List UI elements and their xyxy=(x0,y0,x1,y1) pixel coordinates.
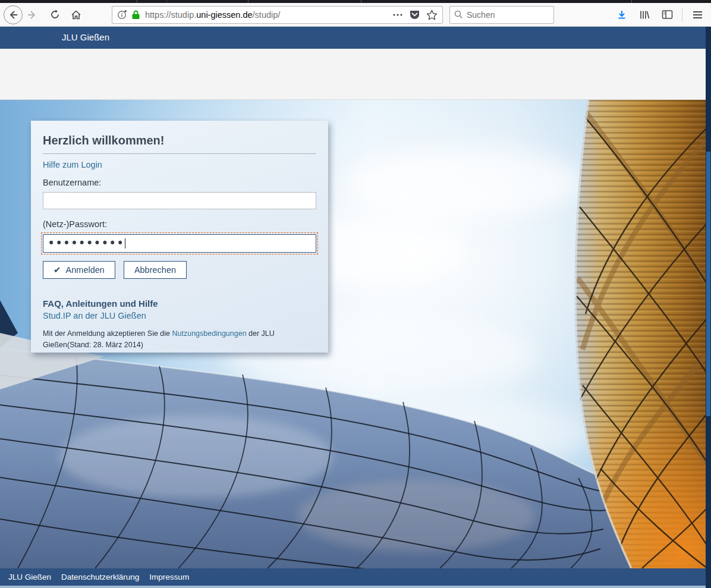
home-button[interactable] xyxy=(67,5,86,24)
lock-icon[interactable] xyxy=(131,10,140,20)
password-masked-value: •••••••••• xyxy=(48,235,124,252)
search-icon xyxy=(454,10,463,19)
page-actions-icon[interactable] xyxy=(392,13,403,17)
login-cancel-button[interactable]: Abbrechen xyxy=(124,261,187,279)
pocket-icon[interactable] xyxy=(409,10,420,20)
sidebar-icon xyxy=(662,10,673,20)
university-topbar-title[interactable]: JLU Gießen xyxy=(62,32,109,42)
navigation-toolbar: https://studip.uni-giessen.de/studip/ xyxy=(0,3,711,27)
footer: JLU Gießen Datenschutzerklärung Impressu… xyxy=(0,568,711,586)
footer-link-impressum[interactable]: Impressum xyxy=(149,573,189,581)
university-topbar: JLU Gießen xyxy=(0,27,711,49)
username-label: Benutzername: xyxy=(43,178,316,187)
sidebars-button[interactable] xyxy=(658,6,676,24)
welcome-heading: Herzlich willkommen! xyxy=(43,134,316,147)
reload-icon xyxy=(50,10,60,20)
footer-link-jlu[interactable]: JLU Gießen xyxy=(8,573,51,581)
download-icon xyxy=(616,10,627,20)
toolbar-separator xyxy=(682,8,682,21)
menu-button[interactable] xyxy=(688,6,706,24)
site-header: Stud.IP xyxy=(0,49,711,100)
login-card: Herzlich willkommen! Hilfe zum Login Ben… xyxy=(31,121,328,353)
firefox-window: https://studip.uni-giessen.de/studip/ xyxy=(0,0,711,588)
back-arrow-icon xyxy=(8,10,18,20)
back-button[interactable] xyxy=(4,5,23,24)
login-submit-label: Anmelden xyxy=(66,265,105,275)
login-submit-button[interactable]: ✔ Anmelden xyxy=(43,261,115,279)
downloads-button[interactable] xyxy=(613,6,631,24)
checkmark-icon: ✔ xyxy=(54,265,61,275)
password-label: (Netz-)Passwort: xyxy=(43,219,316,229)
studip-jlu-link[interactable]: Stud.IP an der JLU Gießen xyxy=(43,311,316,320)
window-bottom-edge xyxy=(0,586,711,588)
username-input[interactable] xyxy=(43,192,316,209)
search-box[interactable] xyxy=(449,6,554,24)
page-scrollbar[interactable] xyxy=(706,27,711,588)
url-bar[interactable]: https://studip.uni-giessen.de/studip/ xyxy=(112,6,443,24)
terms-text: Mit der Anmeldung akzeptieren Sie die Nu… xyxy=(43,328,313,351)
url-text[interactable]: https://studip.uni-giessen.de/studip/ xyxy=(145,10,392,20)
login-help-link[interactable]: Hilfe zum Login xyxy=(43,160,102,169)
search-input[interactable] xyxy=(467,10,544,20)
login-cancel-label: Abbrechen xyxy=(134,265,176,275)
footer-link-datenschutz[interactable]: Datenschutzerklärung xyxy=(61,573,139,581)
reload-button[interactable] xyxy=(45,5,64,24)
faq-link[interactable]: FAQ, Anleitungen und Hilfe xyxy=(43,298,316,309)
forward-button[interactable] xyxy=(23,5,42,24)
home-icon xyxy=(71,10,81,20)
login-page-body: Herzlich willkommen! Hilfe zum Login Ben… xyxy=(0,100,711,568)
hamburger-icon xyxy=(693,11,703,19)
library-icon xyxy=(639,10,650,20)
password-input[interactable]: •••••••••• xyxy=(43,234,316,253)
scrollbar-thumb[interactable] xyxy=(706,152,710,416)
terms-link[interactable]: Nutzungsbedingungen xyxy=(172,329,247,338)
bookmark-star-icon[interactable] xyxy=(426,10,438,20)
library-button[interactable] xyxy=(636,6,653,24)
card-divider xyxy=(43,153,316,154)
forward-arrow-icon xyxy=(27,10,37,20)
site-info-icon[interactable] xyxy=(117,10,127,20)
text-caret xyxy=(125,238,126,249)
